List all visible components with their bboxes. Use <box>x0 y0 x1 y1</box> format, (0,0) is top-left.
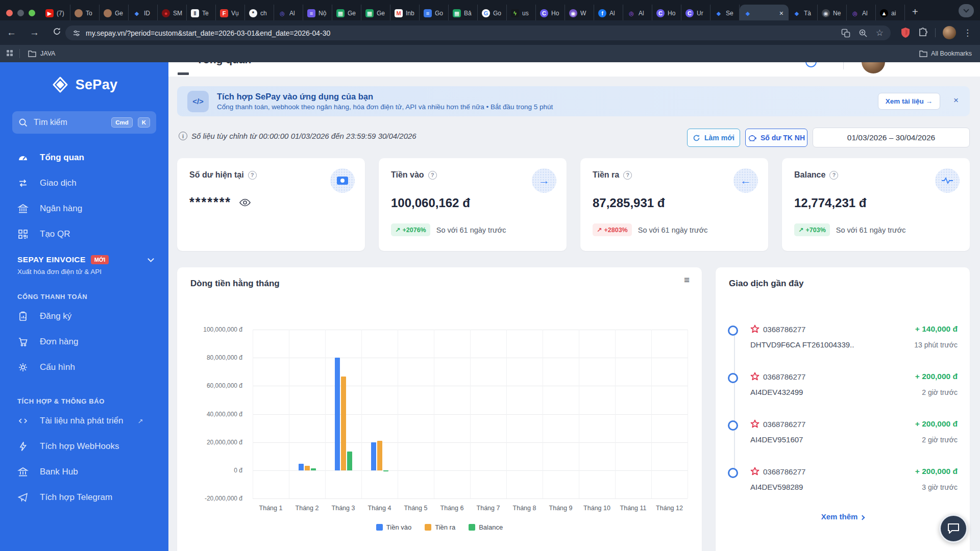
fullscreen-window-button[interactable] <box>29 10 35 16</box>
zoom-icon[interactable] <box>859 29 868 38</box>
reload-button[interactable] <box>46 27 68 38</box>
transaction-item[interactable]: 0368786277+ 140,000 đDHTVD9F6CA FT261004… <box>728 324 958 367</box>
translate-icon[interactable] <box>841 29 850 38</box>
browser-tab[interactable]: ▦Ge <box>361 5 390 22</box>
sidebar-item-tong-quan[interactable]: Tổng quan <box>0 145 168 170</box>
browser-tab[interactable]: ≡Go <box>420 5 449 22</box>
browser-tab[interactable]: ◆ID <box>129 5 158 22</box>
url-text[interactable]: my.sepay.vn/?period=custom&start_date=20… <box>86 29 330 37</box>
help-icon[interactable]: ? <box>623 171 632 180</box>
minimize-window-button[interactable] <box>17 10 24 16</box>
chart-bar[interactable] <box>347 452 352 470</box>
sidebar-item-tai-lieu[interactable]: Tài liệu nhà phát triển ↗ <box>0 408 168 434</box>
sidebar-item-dang-ky[interactable]: Đăng ký <box>0 304 168 329</box>
sidebar-search[interactable]: Cmd K <box>12 111 156 134</box>
bookmark-folder-java[interactable]: JAVA <box>20 50 63 57</box>
eye-icon[interactable] <box>239 198 251 207</box>
browser-tab[interactable]: *ch <box>245 5 274 22</box>
browser-tab[interactable]: ◎Al <box>847 5 876 22</box>
browser-tab[interactable]: ◎Al <box>623 5 652 22</box>
help-icon[interactable]: ? <box>428 171 437 180</box>
browser-tab[interactable]: ◉W <box>565 5 594 22</box>
browser-tab-active[interactable]: ◆× <box>740 5 789 22</box>
x-tick-label: Tháng 7 <box>477 505 500 512</box>
bank-balance-button[interactable]: Số dư TK NH <box>745 129 807 147</box>
sidebar-item-cau-hinh[interactable]: Cấu hình <box>0 355 168 380</box>
chart-bar[interactable] <box>371 442 376 470</box>
browser-tab[interactable]: ϟus <box>507 5 536 22</box>
browser-tab[interactable]: ●SM <box>158 5 187 22</box>
browser-tab[interactable]: ‖Te <box>187 5 216 22</box>
search-input[interactable] <box>33 117 106 128</box>
browser-tab[interactable]: FVụ <box>216 5 245 22</box>
chart-menu-icon[interactable]: ≡ <box>684 278 690 282</box>
sidebar-item-tao-qr[interactable]: Tạo QR <box>0 221 168 247</box>
browser-tab[interactable]: Ge <box>100 5 129 22</box>
chart-bar[interactable] <box>305 466 310 470</box>
chart-bar[interactable] <box>377 441 382 470</box>
sidebar-item-don-hang[interactable]: Đơn hàng <box>0 329 168 355</box>
close-window-button[interactable] <box>6 10 13 16</box>
browser-tab[interactable]: ◉Ne <box>818 5 847 22</box>
browser-tab[interactable]: ▲ai <box>876 5 905 22</box>
browser-tab[interactable]: To <box>70 5 100 22</box>
address-bar[interactable]: my.sepay.vn/?period=custom&start_date=20… <box>65 26 891 40</box>
back-button[interactable]: ← <box>0 27 23 38</box>
sidebar-item-ngan-hang[interactable]: Ngân hàng <box>0 196 168 221</box>
site-settings-icon[interactable] <box>72 29 81 37</box>
tab-title: (7) <box>57 10 64 17</box>
browser-tab[interactable]: CHo <box>536 5 565 22</box>
chart-bar[interactable] <box>341 377 346 470</box>
browser-tab[interactable]: CHo <box>652 5 681 22</box>
sidebar-einvoice-block[interactable]: SEPAY EINVOICE MỚI Xuất hóa đơn điện tử … <box>0 247 168 276</box>
help-icon[interactable]: ? <box>248 171 257 180</box>
brand[interactable]: SePay <box>0 76 168 94</box>
sidebar-item-giao-dich[interactable]: Giao dịch <box>0 170 168 196</box>
adblock-shield-icon[interactable] <box>900 27 911 38</box>
refresh-button[interactable]: Làm mới <box>687 129 740 147</box>
help-icon[interactable]: ? <box>829 171 838 180</box>
chart-bar[interactable] <box>383 470 388 471</box>
bookmark-star-icon[interactable]: ☆ <box>876 28 884 38</box>
tab-close-icon[interactable]: × <box>778 9 785 17</box>
browser-tab[interactable]: GGo <box>478 5 507 22</box>
window-controls[interactable] <box>0 10 41 16</box>
browser-tab[interactable]: CUr <box>681 5 710 22</box>
browser-tab[interactable]: ≡Nộ <box>303 5 332 22</box>
chat-widget-button[interactable] <box>939 514 968 543</box>
browser-menu-icon[interactable]: ⋮ <box>963 28 972 38</box>
browser-tab[interactable]: MInb <box>390 5 420 22</box>
browser-tab[interactable]: fAl <box>594 5 623 22</box>
chart-bar[interactable] <box>335 358 340 470</box>
chart-bar[interactable] <box>299 464 304 470</box>
all-bookmarks-button[interactable]: All Bookmarks <box>919 50 980 57</box>
user-avatar[interactable] <box>862 62 885 73</box>
chevron-down-icon[interactable] <box>148 256 154 262</box>
sidebar-item-telegram[interactable]: Tích hợp Telegram <box>0 485 168 510</box>
date-range-input[interactable] <box>813 128 970 147</box>
chart-bar[interactable] <box>311 468 316 470</box>
notification-bell-icon[interactable] <box>805 62 817 67</box>
browser-tab[interactable]: ▦Bả <box>449 5 478 22</box>
new-tab-button[interactable]: + <box>905 6 925 18</box>
tab-list-button[interactable] <box>959 4 974 17</box>
sidebar-item-label: Giao dịch <box>40 178 77 188</box>
transaction-item[interactable]: 0368786277+ 200,000 đAI4DEV9516072 giờ t… <box>728 419 958 462</box>
view-docs-button[interactable]: Xem tài liệu → <box>878 93 940 110</box>
sidebar-item-webhooks[interactable]: Tích hợp WebHooks <box>0 434 168 459</box>
menu-icon[interactable] <box>178 72 189 75</box>
browser-tab[interactable]: ▶(7) <box>41 5 70 22</box>
extensions-puzzle-icon[interactable] <box>918 28 928 38</box>
close-banner-icon[interactable]: × <box>953 95 959 106</box>
browser-tab[interactable]: ◆Se <box>710 5 740 22</box>
browser-profile-avatar[interactable] <box>943 26 956 39</box>
transaction-item[interactable]: 0368786277+ 200,000 đAI4DEV4324992 giờ t… <box>728 372 958 415</box>
forward-button[interactable]: → <box>23 27 46 38</box>
transaction-item[interactable]: 0368786277+ 200,000 đAI4DEV5982893 giờ t… <box>728 467 958 510</box>
browser-tab[interactable]: ◎Al <box>274 5 303 22</box>
browser-tab[interactable]: ▦Ge <box>332 5 361 22</box>
browser-tab[interactable]: ◆Tà <box>789 5 818 22</box>
see-more-link[interactable]: Xem thêm <box>716 512 970 521</box>
sidebar-item-bank-hub[interactable]: Bank Hub <box>0 459 168 485</box>
apps-grid-icon[interactable] <box>0 49 19 58</box>
